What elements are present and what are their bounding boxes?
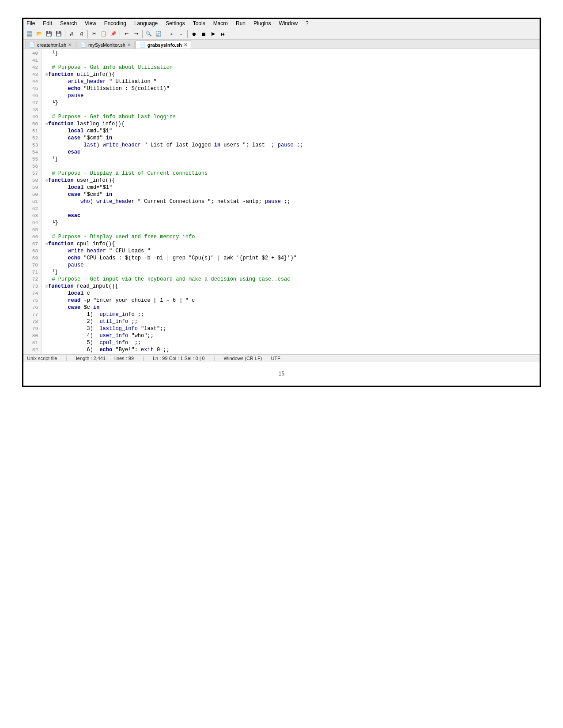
menu-plugins[interactable]: Plugins <box>252 20 272 27</box>
code-line: 4) user_info "who";; <box>45 332 536 339</box>
line-number: 68 <box>25 248 38 255</box>
tab-label-1: createhtml.sh <box>37 42 66 48</box>
toolbar-separator-1 <box>65 30 65 38</box>
line-number: 60 <box>25 191 38 198</box>
code-line: └} <box>45 156 536 163</box>
line-number: 62 <box>25 205 38 212</box>
line-number: 54 <box>25 149 38 156</box>
toolbar-macro-rec[interactable]: ⏺ <box>189 30 198 38</box>
code-line: pause <box>45 262 536 269</box>
toolbar-open[interactable]: 📂 <box>35 30 44 38</box>
line-number: 43 <box>25 71 38 78</box>
status-line-ending: Windows (CR LF) <box>224 356 262 361</box>
menu-edit[interactable]: Edit <box>42 20 53 27</box>
main-window: File Edit Search View Encoding Language … <box>22 18 541 387</box>
code-line: └} <box>45 99 536 106</box>
code-line: local cmd="$1" <box>45 128 536 135</box>
line-number: 47 <box>25 99 38 106</box>
code-line: ⊖function lastlog_info(){ <box>45 120 536 128</box>
toolbar-undo[interactable]: ↩ <box>122 30 131 38</box>
toolbar-separator-3 <box>120 30 120 38</box>
toolbar-save-all[interactable]: 💾 <box>54 30 63 38</box>
toolbar-replace[interactable]: 🔄 <box>154 30 163 38</box>
tab-createhtml[interactable]: 📄 createhtml.sh ✕ <box>25 41 76 49</box>
tab-close-2[interactable]: ✕ <box>127 42 131 47</box>
code-line: # Purpose - Get info about Last loggins <box>45 113 536 120</box>
toolbar-zoom-in[interactable]: + <box>167 30 176 38</box>
status-lines: lines : 99 <box>114 356 134 361</box>
tab-icon-1: 📄 <box>29 42 35 48</box>
line-number: 55 <box>25 156 38 163</box>
menu-file[interactable]: File <box>25 20 36 27</box>
code-content[interactable]: └} # Purpose - Get info about Utilisatio… <box>42 49 540 354</box>
toolbar-print[interactable]: 🖨 <box>67 30 76 38</box>
toolbar-cut[interactable]: ✂ <box>90 30 98 38</box>
page-number: 15 <box>23 362 540 386</box>
code-line <box>45 205 536 212</box>
status-file-type: Unix script file <box>27 356 57 361</box>
toolbar-copy[interactable]: 📋 <box>99 30 108 38</box>
code-line: pause <box>45 92 536 99</box>
menu-view[interactable]: View <box>83 20 98 27</box>
menu-encoding[interactable]: Encoding <box>103 20 128 27</box>
status-position: Ln : 99 Col : 1 Sel : 0 | 0 <box>153 356 205 361</box>
code-line: 1) uptime_info ;; <box>45 311 536 318</box>
tab-grabsysinfo[interactable]: 📄 grabsysinfo.sh ✕ <box>136 41 191 49</box>
code-line: esac <box>45 149 536 156</box>
status-length: length : 2,441 <box>76 356 106 361</box>
code-line: read -p "Enter your choice [ 1 - 6 ] " c <box>45 297 536 304</box>
line-number: 73 <box>25 283 38 290</box>
menu-window[interactable]: Window <box>277 20 299 27</box>
line-number: 58 <box>25 177 38 184</box>
code-line: local c <box>45 290 536 297</box>
tab-mysysmonitor[interactable]: 📄 mySysMonitor.sh ✕ <box>76 41 135 49</box>
toolbar-print2[interactable]: 🖨 <box>77 30 86 38</box>
tab-close-1[interactable]: ✕ <box>68 42 72 47</box>
code-line <box>45 226 536 233</box>
menu-settings[interactable]: Settings <box>164 20 186 27</box>
code-line: echo "Utilisation : $(collect1)" <box>45 85 536 92</box>
toolbar-paste[interactable]: 📌 <box>109 30 118 38</box>
line-number: 72 <box>25 276 38 283</box>
code-line: 5) cpul_info ;; <box>45 339 536 346</box>
code-line: who) write_header " Current Connections … <box>45 198 536 205</box>
menu-help[interactable]: ? <box>304 20 310 27</box>
tab-close-3[interactable]: ✕ <box>184 42 187 47</box>
code-line: write_header " CFU Loads " <box>45 248 536 255</box>
toolbar-separator-2 <box>87 30 88 38</box>
code-line: # Purpose - Get info about Utilisation <box>45 64 536 71</box>
line-number: 75 <box>25 297 38 304</box>
toolbar-macro-run[interactable]: ⏭ <box>219 30 227 38</box>
code-line <box>45 57 536 64</box>
line-number: 63 <box>25 212 38 219</box>
toolbar-macro-stop[interactable]: ⏹ <box>199 30 208 38</box>
toolbar-find[interactable]: 🔍 <box>144 30 153 38</box>
menu-tools[interactable]: Tools <box>192 20 207 27</box>
code-line <box>45 163 536 170</box>
tab-icon-2: 📄 <box>80 42 87 48</box>
line-number: 79 <box>25 325 38 332</box>
line-number: 48 <box>25 106 38 113</box>
menu-search[interactable]: Search <box>59 20 78 27</box>
toolbar-macro-play[interactable]: ▶ <box>209 30 218 38</box>
line-number: 49 <box>25 113 38 120</box>
code-line: case $c in <box>45 304 536 311</box>
toolbar-redo[interactable]: ↪ <box>132 30 140 38</box>
menu-run[interactable]: Run <box>234 20 247 27</box>
toolbar-zoom-out[interactable]: - <box>177 30 185 38</box>
code-line: # Purpose - Display a list of Current co… <box>45 170 536 177</box>
menu-language[interactable]: Language <box>133 20 159 27</box>
code-line <box>45 106 536 113</box>
line-number: 77 <box>25 311 38 318</box>
code-line: # Purpose - Get input via the keyboard a… <box>45 276 536 283</box>
code-line: ⊖function util_info(){ <box>45 71 536 78</box>
toolbar-save[interactable]: 💾 <box>45 30 53 38</box>
tab-icon-3: 📄 <box>140 42 146 48</box>
editor-area[interactable]: 4041424344454647484950515253545556575859… <box>23 49 540 354</box>
code-line: # Purpose - Display used and free memory… <box>45 233 536 240</box>
menu-macro[interactable]: Macro <box>212 20 229 27</box>
line-number: 76 <box>25 304 38 311</box>
tab-label-3: grabsysinfo.sh <box>147 42 182 48</box>
line-number: 61 <box>25 198 38 205</box>
toolbar-new[interactable]: 🆕 <box>25 30 34 38</box>
